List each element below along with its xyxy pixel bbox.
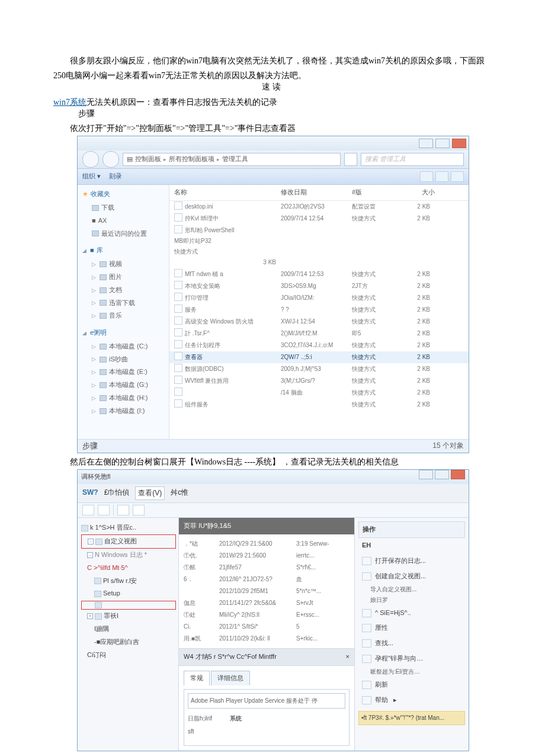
table-row[interactable]: 高级安全 Windows 防火墙XW/J-t 12:54快捷方式2 KB [169,316,469,328]
table-row[interactable]: 打印管理JOia/IO/IZM:快捷方式2 KB [169,292,469,304]
tree-item[interactable]: Ci订闷 [81,649,176,662]
sidebar-drive[interactable]: ▷本地磁盘 (G:) [81,379,169,392]
tab-general[interactable]: 常规 [184,671,210,685]
tree-item[interactable]: I蹦隅 [81,623,176,636]
close-button[interactable] [451,470,465,479]
sidebar-computer[interactable]: ◢e粥明 [81,326,169,340]
action-save-as[interactable]: 哌祭超为:Eli贾吉… [358,667,465,677]
sidebar-item[interactable]: ▷迅雷下载 [81,297,169,310]
view-button[interactable] [420,171,433,182]
list-item[interactable]: 2012/10/29 2fl5M15*n*c™... [184,585,350,597]
tab-details[interactable]: 详细信息 [211,671,250,685]
list-item[interactable]: ①伉.201W/29 21:5600ierrtc... [184,550,350,562]
tree-windows-logs[interactable]: -N Windows 日志 * [81,549,176,562]
menu-item[interactable]: SW? [82,486,98,501]
action-clear-log[interactable]: 娘日罗 [358,595,465,606]
toolbar-icon[interactable] [117,505,129,515]
table-row[interactable]: desktop.ini2O2JJIO的2VS3配置设置2 KB [169,201,469,213]
table-row[interactable]: 数据源(ODBC)2009,h J;M|^53快捷方式2 KB [169,363,469,375]
table-row[interactable]: 計 .Tsr.F^2()M/J/t/f:f2:M即52 KB [169,328,469,339]
burn-button[interactable]: 刻录 [109,171,122,182]
action-attach-task[interactable]: 孕程''锌界与向… [358,651,465,667]
help-button[interactable] [451,171,464,182]
menu-item[interactable]: £巾怕偵 [104,486,130,501]
action-import-view[interactable]: 导入自定义视图... [358,584,465,595]
minimize-button[interactable] [419,470,433,479]
toolbar-icon[interactable] [98,505,110,515]
tree-item[interactable]: +罪袄I [81,610,176,623]
table-row[interactable]: 服务? ?快捷方式2 KB [169,304,469,316]
action-create-view[interactable]: 创建自定义视图... [358,569,465,584]
breadcrumb-2[interactable]: 所有控制面板项 [169,153,214,165]
sidebar-item[interactable]: ▷文档 [81,284,169,297]
address-bar[interactable]: ▤ 控制面板 ▸ 所有控制面板项 ▸ 管理工具 [123,153,341,166]
table-row[interactable]: MfT ndwn 桶 a2009/7/14 12:53快捷方式2 KB [169,268,469,280]
breadcrumb-1[interactable]: 控制面板 [135,153,161,165]
list-item[interactable]: ．*础2012/IQ/29 21:5&003:19 Serww- [184,538,350,550]
tree-item[interactable]: Pl s/fiw r.l安 [81,575,176,588]
table-row[interactable]: 任务计划程序3CO2,f7/i34.J.i:.o:M快捷方式2 KB [169,339,469,351]
table-row[interactable]: 查看器2QW/7 ..;5:i快捷方式2 KB [169,351,469,363]
sidebar-item[interactable]: 下载 [81,201,169,214]
table-row[interactable]: 组件服务快捷方式2 KB [169,399,469,411]
column-headers[interactable]: 名称 修改日期 #版 大小 [169,185,469,201]
table-row[interactable]: 控Kvl ltfi理中2009/7/14 12:54快捷方式2 KB [169,213,469,225]
toolbar-icon[interactable] [133,505,145,515]
action-properties[interactable]: 厘性 [358,620,465,636]
star-icon: ★ [82,188,88,200]
menu-view[interactable]: 查看(V) [135,486,165,501]
close-button[interactable] [452,139,466,148]
toolbar-icon[interactable] [82,505,94,515]
list-item[interactable]: ①舷 21jfife57S*rf\€... [184,562,350,574]
tree-item[interactable]: -■应期吧剧白吉 [81,636,176,649]
tree-item-setup[interactable]: Setup [81,587,176,600]
center-pane: 页菲 IU*静9,1&5 ．*础2012/IQ/29 21:5&003:19 S… [179,518,355,750]
list-item[interactable]: 6．2012/l6^ 21JO72-5?血 [184,574,350,585]
win7-system-link[interactable]: win7系统 [53,98,86,107]
action-highlight[interactable]: •ft 7P3#. $.»*w'"!'"*? (trat Man... [358,711,465,725]
sidebar-drive[interactable]: ▷本地磁盘 (I:) [81,405,169,418]
action-filter[interactable]: ^ SiE=HjS^.. [358,606,465,621]
sidebar-item[interactable]: ■ AX [81,214,169,228]
sidebar-drive[interactable]: ▷本地磁盘 (C:) [81,340,169,353]
list-item[interactable]: Ci.2012/1^ S/ltSi*5 [184,621,350,633]
sidebar-drive[interactable]: ▷本地磁盘 (E:) [81,366,169,379]
sidebar-item[interactable]: ▷图片 [81,271,169,284]
refresh-button[interactable] [344,153,357,166]
eventviewer-window: 调杯凭胞fl SW? £巾怕偵 查看(V) 舛c惟 k 1^S>H 晋应c.. … [77,469,469,751]
sidebar-item[interactable]: 最近访问的位置 [81,228,169,241]
table-row[interactable]: /14 脑曲快捷方式2 KB [169,387,469,399]
organize-button[interactable]: 组织 ▾ [82,171,101,182]
tree-item-system[interactable] [81,601,176,610]
list-item[interactable]: 用.■凯2011/10/29 2(k&i: llS+rkic... [184,633,350,645]
maximize-button[interactable] [435,470,449,479]
list-item[interactable]: 伽息2011/141/2? 2fc5&0&S+rvJt [184,597,350,609]
table-row[interactable]: WVfittfl 兼住旌用3(M;/:tJGrs/?快捷方式2 KB [169,375,469,387]
minimize-button[interactable] [419,139,433,148]
list-item[interactable]: ①处Mli/iCy^ 2(hlS:llE+rssc... [184,609,350,621]
action-open-saved-log[interactable]: 打开保存的日志... [358,553,465,569]
sidebar-item[interactable]: ▷视频 [81,258,169,271]
menu-item[interactable]: 舛c惟 [171,486,188,501]
action-help[interactable]: 帮助 ▸ [358,693,465,708]
action-refresh[interactable]: 刷新 [358,677,465,693]
back-button[interactable] [82,151,99,168]
sidebar-drive[interactable]: ▷iS吵曲 [81,353,169,366]
tree-root[interactable]: k 1^S>H 晋应c.. [81,521,176,534]
search-input[interactable]: 搜索 管理工具 [361,153,464,166]
maximize-button[interactable] [435,139,450,148]
close-icon[interactable]: × [346,651,350,663]
table-row[interactable]: 本地安全策略3DS>0S9.Mg2JT方2 KB [169,280,469,292]
sidebar-favorites[interactable]: ★收藏夹 [81,187,169,201]
transition-paragraph: 然后在左侧的控制台树窗口展开【Windows日志 ----系统】 ，查看记录无法… [53,454,492,469]
forward-button[interactable] [102,151,119,168]
tree-custom-views[interactable]: -自定义视图 [81,534,176,549]
action-find[interactable]: 查找... [358,636,465,651]
sidebar-item[interactable]: ▷音乐 [81,309,169,322]
breadcrumb-3[interactable]: 管理工具 [222,153,248,165]
preview-button[interactable] [435,171,448,182]
event-list[interactable]: ．*础2012/IQ/29 21:5&003:19 Serww-①伉.201W/… [179,534,354,648]
table-row[interactable]: 形fU粕 PowerShellMB即片站P32快捷方式3 KB [169,225,469,268]
sidebar-drive[interactable]: ▷本地磁盘 (H:) [81,392,169,405]
sidebar-libraries[interactable]: ◢■ 库 [81,244,169,258]
